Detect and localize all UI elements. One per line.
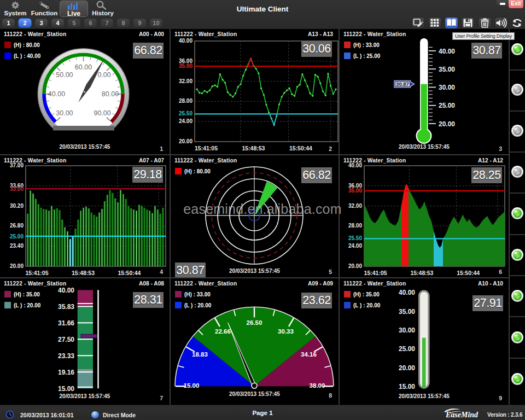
svg-text:20.00: 20.00 bbox=[439, 120, 455, 128]
svg-text:31.66: 31.66 bbox=[58, 319, 74, 327]
svg-text:30.87: 30.87 bbox=[396, 81, 409, 87]
svg-text:35.00: 35.00 bbox=[399, 308, 415, 316]
svg-text:35.83: 35.83 bbox=[58, 303, 74, 311]
svg-text:40.00: 40.00 bbox=[399, 289, 415, 296]
svg-text:EaseMind: EaseMind bbox=[445, 411, 479, 419]
svg-text:23.33: 23.33 bbox=[58, 352, 74, 360]
svg-text:30.00: 30.00 bbox=[439, 84, 455, 91]
svg-text:30.00: 30.00 bbox=[399, 326, 415, 334]
svg-text:40.00: 40.00 bbox=[58, 287, 74, 294]
svg-text:15.00: 15.00 bbox=[184, 382, 200, 389]
svg-text:26.50: 26.50 bbox=[247, 319, 262, 326]
svg-text:40.00: 40.00 bbox=[439, 48, 455, 55]
svg-text:18.83: 18.83 bbox=[192, 351, 208, 358]
svg-text:20.00: 20.00 bbox=[399, 364, 415, 372]
svg-text:38.00: 38.00 bbox=[310, 382, 325, 389]
svg-text:35.00: 35.00 bbox=[439, 66, 455, 73]
svg-text:27.50: 27.50 bbox=[58, 336, 74, 343]
svg-text:30.00: 30.00 bbox=[56, 109, 73, 117]
svg-text:30.33: 30.33 bbox=[278, 328, 294, 335]
svg-text:25.00: 25.00 bbox=[399, 345, 415, 353]
svg-text:19.16: 19.16 bbox=[58, 369, 74, 376]
svg-text:15.00: 15.00 bbox=[58, 385, 74, 393]
svg-text:50.00: 50.00 bbox=[56, 71, 73, 79]
svg-text:25.00: 25.00 bbox=[439, 102, 455, 109]
svg-text:22.66: 22.66 bbox=[215, 328, 231, 335]
svg-text:40.00: 40.00 bbox=[48, 90, 65, 98]
svg-text:60.00: 60.00 bbox=[75, 63, 92, 71]
svg-text:34.16: 34.16 bbox=[301, 351, 317, 358]
svg-text:90.00: 90.00 bbox=[94, 109, 110, 117]
svg-text:80.00: 80.00 bbox=[102, 90, 119, 98]
svg-text:15.00: 15.00 bbox=[399, 383, 415, 390]
